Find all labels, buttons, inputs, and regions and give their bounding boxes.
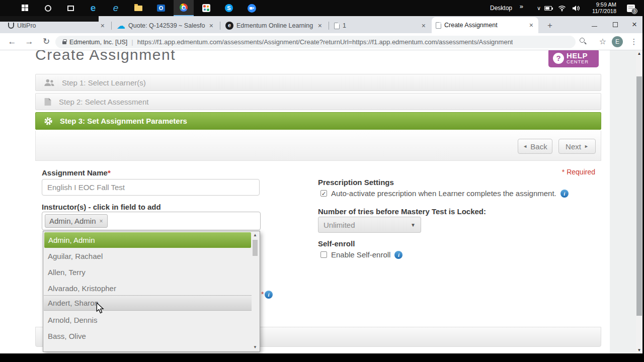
notification-badge: 3	[631, 8, 637, 14]
outlook-icon[interactable]: O	[151, 0, 171, 16]
skype-icon[interactable]: S	[219, 0, 239, 16]
step-1-bar[interactable]: Step 1: Select Learner(s)	[35, 74, 601, 91]
close-icon[interactable]: ×	[100, 22, 106, 30]
dropdown-option[interactable]: Allen, Terry	[44, 264, 252, 280]
close-icon[interactable]: ×	[528, 21, 534, 29]
avatar[interactable]: E	[612, 36, 624, 48]
app-icon[interactable]	[196, 0, 216, 16]
dropdown-option-hovered[interactable]: Andert, Sharon	[44, 295, 252, 311]
internet-explorer-icon[interactable]: e	[106, 0, 126, 16]
dropdown-option[interactable]: Bass, Olive	[44, 328, 252, 344]
back-button[interactable]: ◄ Back	[518, 139, 552, 154]
page-icon	[436, 22, 441, 29]
address-bar[interactable]: Edmentum, Inc. [US] | https://f1.app.edm…	[55, 36, 576, 48]
edmentum-favicon: e	[225, 22, 233, 30]
cortana-icon[interactable]	[38, 0, 58, 16]
people-icon	[44, 79, 55, 86]
step-2-bar[interactable]: Step 2: Select Assessment	[35, 93, 601, 110]
instructor-dropdown-list: Admin, Admin Aguilar, Rachael Allen, Ter…	[43, 231, 260, 352]
scrollbar-thumb[interactable]	[253, 240, 258, 256]
remove-tag-icon[interactable]: ×	[100, 218, 103, 225]
zoom-icon[interactable]	[580, 38, 592, 50]
scroll-down-icon[interactable]: ▼	[252, 345, 258, 349]
desktop-toolbar-label[interactable]: Desktop	[490, 0, 512, 16]
dropdown-option-selected[interactable]: Admin, Admin	[44, 232, 251, 248]
page-scrollbar[interactable]: ▲ ▼	[636, 50, 642, 353]
tab-separator	[220, 22, 220, 30]
hidden-required-asterisk: *	[261, 290, 264, 298]
clock[interactable]: 9:59 AM11/7/2018	[592, 0, 616, 16]
document-icon	[44, 98, 52, 106]
instructor-tag[interactable]: Admin, Admin ×	[45, 214, 108, 228]
auto-activate-label: Auto-activate prescription when Learner …	[331, 189, 556, 198]
tab-untitled[interactable]: 1 ×	[330, 18, 431, 33]
assignment-name-value: English I EOC Fall Test	[47, 183, 125, 192]
auto-activate-row: ✓ Auto-activate prescription when Learne…	[320, 189, 569, 198]
close-window-button[interactable]: ×	[625, 16, 644, 33]
chevrons-right-icon[interactable]: »	[520, 0, 523, 14]
browser-toolbar: ← → ↻ Edmentum, Inc. [US] | https://f1.a…	[0, 33, 644, 50]
wizard-button-strip: ◄ Back Next ►	[35, 131, 601, 161]
bookmark-star-icon[interactable]: ☆	[597, 36, 609, 48]
volume-icon[interactable]	[572, 0, 580, 16]
self-enroll-label: Self-enroll	[318, 239, 355, 248]
task-view-icon[interactable]	[60, 0, 80, 16]
required-note: * Required	[553, 168, 595, 176]
wifi-icon[interactable]	[558, 0, 566, 16]
notification-icon[interactable]: 3	[627, 0, 635, 16]
dropdown-option[interactable]: Arnold, Dennis	[44, 312, 252, 328]
assignment-name-input[interactable]: English I EOC Fall Test	[42, 179, 260, 196]
scroll-down-icon[interactable]: ▼	[636, 348, 642, 352]
tries-selected-value: Unlimited	[324, 221, 355, 229]
step-1-label: Step 1: Select Learner(s)	[62, 78, 146, 87]
info-icon[interactable]: i	[394, 251, 403, 259]
overflow-menu-icon[interactable]: ⋮	[628, 36, 640, 48]
prescription-settings-label: Prescription Settings	[318, 178, 394, 187]
scrollbar-thumb[interactable]	[636, 76, 642, 316]
auto-activate-checkbox[interactable]: ✓	[320, 190, 327, 197]
dropdown-option[interactable]: Aguilar, Rachael	[44, 248, 252, 264]
info-icon[interactable]: i	[265, 291, 273, 299]
instructors-label: Instructor(s) - click in field to add	[42, 203, 161, 211]
tab-create-assignment[interactable]: Create Assignment ×	[432, 17, 538, 33]
new-tab-button[interactable]: +	[543, 19, 556, 32]
tab-salesforce[interactable]: ☁ Quote: Q-142539 ~ Salesforce ×	[113, 18, 218, 33]
help-center-button[interactable]: ? HELP CENTER	[548, 49, 599, 67]
next-button[interactable]: Next ►	[558, 139, 596, 154]
dropdown-option[interactable]: Alvarado, Kristopher	[44, 281, 252, 296]
battery-icon[interactable]	[543, 0, 553, 16]
ultipro-favicon	[8, 23, 14, 29]
chevron-down-icon[interactable]: ∨	[537, 0, 541, 16]
edge-icon[interactable]: e	[83, 0, 103, 16]
scroll-up-icon[interactable]: ▲	[252, 233, 258, 237]
help-label-line2: CENTER	[567, 59, 589, 64]
tab-separator	[329, 22, 329, 30]
forward-nav-icon[interactable]: →	[23, 36, 35, 48]
video-call-icon[interactable]	[242, 0, 262, 16]
step-3-bar[interactable]: Step 3: Set Assignment Parameters	[35, 112, 601, 130]
instructor-tag-label: Admin, Admin	[49, 217, 96, 225]
back-button-label: Back	[530, 142, 547, 151]
help-label-line1: HELP	[567, 52, 589, 59]
close-icon[interactable]: ×	[208, 22, 214, 30]
maximize-button[interactable]	[605, 16, 626, 33]
back-nav-icon[interactable]: ←	[6, 36, 18, 48]
letterbox-bottom	[0, 353, 644, 362]
tries-select[interactable]: Unlimited ▼	[318, 217, 421, 233]
minimize-button[interactable]	[584, 16, 605, 33]
tab-edmentum[interactable]: e Edmentum Online Learning Pl ×	[221, 18, 327, 33]
chrome-icon[interactable]	[174, 0, 194, 16]
scroll-up-icon[interactable]: ▲	[636, 51, 642, 56]
instructors-multiselect-field[interactable]: Admin, Admin ×	[42, 212, 261, 230]
info-icon[interactable]: i	[560, 190, 569, 198]
dropdown-scrollbar[interactable]: ▲ ▼	[252, 233, 258, 349]
enable-self-enroll-checkbox[interactable]	[320, 251, 327, 258]
reload-icon[interactable]: ↻	[40, 36, 52, 48]
gear-icon	[44, 117, 53, 126]
next-button-label: Next	[566, 142, 581, 151]
file-explorer-icon[interactable]	[128, 0, 148, 16]
close-icon[interactable]: ×	[317, 22, 323, 30]
enable-self-enroll-row: Enable Self-enroll i	[320, 250, 403, 259]
close-icon[interactable]: ×	[421, 22, 427, 30]
start-icon[interactable]	[15, 0, 35, 16]
